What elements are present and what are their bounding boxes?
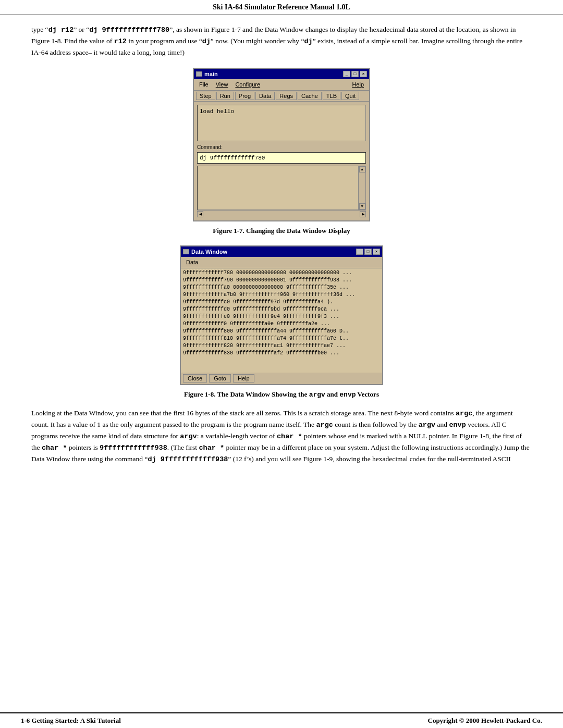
main-menubar: File View Configure Help <box>194 79 369 91</box>
scroll-left-arrow[interactable]: ◀ <box>197 211 203 217</box>
data-titlebar-icon <box>183 249 189 254</box>
page-header: Ski IA-64 Simulator Reference Manual 1.0… <box>0 0 563 15</box>
data-row: 9ffffffffffffa7b0 9ffffffffffff960 9ffff… <box>183 291 380 299</box>
code-dj: dj <box>202 38 211 45</box>
btn-prog[interactable]: Prog <box>235 92 254 100</box>
data-row: 9ffffffffffffd0 9fffffffffff9bd 9fffffff… <box>183 306 380 313</box>
code-char-ptr2: char * <box>42 444 67 452</box>
figure-1-7-caption: Figure 1-7. Changing the Data Window Dis… <box>213 226 350 236</box>
footer-left: 1-6 Getting Started: A Ski Tutorial <box>21 717 121 725</box>
data-row: 9ffffffffffff0 9ffffffffffa0e 9fffffffff… <box>183 320 380 328</box>
menu-view[interactable]: View <box>213 80 231 90</box>
data-window-title: Data Window <box>191 248 227 256</box>
code-dj2: dj <box>304 38 312 45</box>
data-content: 9ffffffffffff780 0000000000000000 000000… <box>181 268 382 373</box>
btn-regs[interactable]: Regs <box>276 92 297 100</box>
data-row: 9ffffffffffffa0 0000000000000000 9ffffff… <box>183 284 380 291</box>
horizontal-scrollbar[interactable]: ◀ ▶ <box>197 210 366 217</box>
menu-file[interactable]: File <box>196 80 212 90</box>
menu-configure[interactable]: Configure <box>232 80 263 90</box>
data-close-btn[interactable]: Close <box>183 374 207 382</box>
btn-data[interactable]: Data <box>255 92 275 100</box>
vertical-scrollbar[interactable]: ▲ ▼ <box>358 166 365 209</box>
text-area-content: load hello <box>200 108 234 115</box>
footer-right: Copyright © 2000 Hewlett-Packard Co. <box>428 717 543 725</box>
code-argc2: argc <box>316 421 333 429</box>
data-maximize-button[interactable]: □ <box>364 249 372 255</box>
data-menubar: Data <box>181 257 382 268</box>
figure-1-8-caption: Figure 1-8. The Data Window Showing the … <box>184 389 379 400</box>
data-row: 9ffffffffffff790 0000000000000001 9fffff… <box>183 277 380 284</box>
body-paragraph: Looking at the Data Window, you can see … <box>31 408 532 465</box>
data-row: 9ffffffffffff780 0000000000000000 000000… <box>183 269 380 277</box>
command-label: Command: <box>197 143 366 151</box>
minimize-button[interactable]: _ <box>343 71 350 77</box>
code-dj-addr: dj 9ffffffffffff780 <box>89 26 169 34</box>
titlebar-icon <box>196 71 202 77</box>
page-footer: 1-6 Getting Started: A Ski Tutorial Copy… <box>0 712 563 728</box>
main-window-title: main <box>204 70 218 79</box>
btn-run[interactable]: Run <box>216 92 234 100</box>
data-row: 9ffffffffffff800 9ffffffffffffa44 9fffff… <box>183 328 380 335</box>
maximize-button[interactable]: □ <box>351 71 359 77</box>
main-data-area: ▲ ▼ <box>197 166 366 210</box>
btn-quit[interactable]: Quit <box>341 92 359 100</box>
data-titlebar-left: Data Window <box>183 248 227 256</box>
code-argc: argc <box>456 410 472 417</box>
titlebar-controls: _ □ × <box>343 71 367 77</box>
main-body: load hello Command: dj 9ffffffffffff780 … <box>194 102 369 221</box>
caption-envp: envp <box>339 391 356 399</box>
caption-argv: argv <box>309 391 325 399</box>
main-text-area: load hello <box>197 105 366 141</box>
data-menu-data[interactable]: Data <box>183 257 201 267</box>
data-row: 9ffffffffffff820 9fffffffffffac1 9ffffff… <box>183 342 380 350</box>
data-window: Data Window _ □ × Data 9ffffffffffff780 … <box>180 245 383 385</box>
code-argv2: argv <box>180 433 197 440</box>
main-titlebar: main _ □ × <box>194 69 369 80</box>
code-dj-938: dj 9ffffffffffff938 <box>148 455 228 463</box>
figure-1-8-container: Data Window _ □ × Data 9ffffffffffff780 … <box>31 245 532 400</box>
btn-step[interactable]: Step <box>196 92 215 100</box>
page-content: type “dj r12” or “dj 9ffffffffffff780”, … <box>0 15 563 484</box>
data-row: 9ffffffffffffc0 9fffffffffff97d 9fffffff… <box>183 299 380 306</box>
data-row: 9ffffffffffff830 9fffffffffffaf2 9ffffff… <box>183 350 380 357</box>
scroll-down-arrow[interactable]: ▼ <box>359 203 365 209</box>
data-goto-btn[interactable]: Goto <box>209 374 231 382</box>
code-dj-r12: dj r12 <box>48 26 74 34</box>
intro-paragraph: type “dj r12” or “dj 9ffffffffffff780”, … <box>31 24 532 58</box>
command-input[interactable]: dj 9ffffffffffff780 <box>197 152 366 164</box>
data-close-button[interactable]: × <box>373 249 380 255</box>
btn-cache[interactable]: Cache <box>298 92 322 100</box>
header-title: Ski IA-64 Simulator Reference Manual 1.0… <box>213 3 350 11</box>
code-argv: argv <box>419 421 435 429</box>
code-char-ptr3: char * <box>199 444 224 452</box>
scroll-right-arrow[interactable]: ▶ <box>360 211 366 217</box>
page-wrapper: Ski IA-64 Simulator Reference Manual 1.0… <box>0 0 563 728</box>
btn-tlb[interactable]: TLB <box>323 92 340 100</box>
code-addr-938: 9ffffffffffff938 <box>100 444 167 452</box>
menu-help[interactable]: Help <box>349 80 367 90</box>
main-window: main _ □ × File View Configure Help <box>193 68 370 222</box>
code-envp: envp <box>449 421 466 429</box>
scroll-up-arrow[interactable]: ▲ <box>359 166 365 172</box>
data-titlebar-controls: _ □ × <box>356 249 380 255</box>
data-minimize-button[interactable]: _ <box>356 249 363 255</box>
scroll-h-track <box>203 211 360 217</box>
data-help-btn[interactable]: Help <box>233 374 254 382</box>
data-footer: Close Goto Help <box>181 373 382 384</box>
data-row: 9ffffffffffffe0 9fffffffffff9e4 9fffffff… <box>183 313 380 320</box>
code-char-ptr: char * <box>277 433 302 440</box>
titlebar-left: main <box>196 70 218 79</box>
data-titlebar: Data Window _ □ × <box>181 246 382 257</box>
data-row: 9ffffffffffff810 9ffffffffffffa74 9fffff… <box>183 335 380 342</box>
main-toolbar: Step Run Prog Data Regs Cache TLB Quit <box>194 91 369 102</box>
figure-1-7-container: main _ □ × File View Configure Help <box>31 68 532 236</box>
code-r12: r12 <box>114 38 127 45</box>
close-button[interactable]: × <box>360 71 367 77</box>
